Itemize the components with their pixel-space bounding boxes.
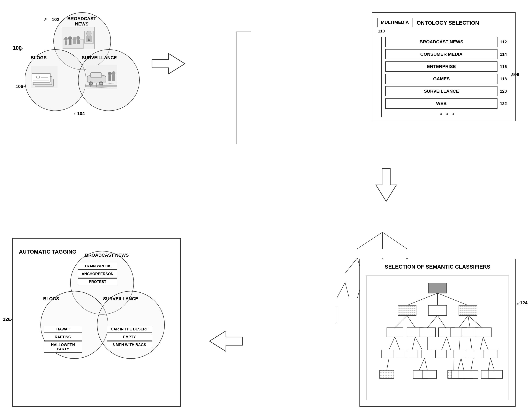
ref-114: 114 bbox=[500, 52, 510, 57]
tag-hawaii: HAWAII bbox=[44, 326, 82, 333]
tag-car-desert: CAR IN THE DESERT bbox=[107, 326, 152, 333]
svg-rect-129 bbox=[380, 370, 394, 379]
ontology-box: MULTIMEDIA 110 ONTOLOGY SELECTION BROADC… bbox=[372, 12, 516, 121]
ontology-vline bbox=[381, 37, 382, 117]
arrow-102: ↗ bbox=[44, 17, 47, 22]
bn-tags: TRAIN WRECK ANCHORPERSON PROTEST bbox=[78, 263, 117, 285]
svg-line-120 bbox=[387, 358, 389, 370]
svg-line-4 bbox=[357, 232, 382, 249]
tagging-box: AUTOMATIC TAGGING 126 ↙ BROADCAST NEWS B… bbox=[12, 238, 181, 407]
blogs-tags: HAWAII RAFTING HALLOWEEN PARTY bbox=[44, 326, 82, 353]
svg-point-65 bbox=[112, 71, 115, 75]
semantic-inner-box bbox=[366, 275, 509, 400]
left-arrow bbox=[210, 331, 242, 351]
semantic-box: SELECTION OF SEMANTIC CLASSIFIERS 124 ↙ bbox=[359, 259, 516, 407]
tag-rafting: RAFTING bbox=[44, 334, 82, 340]
ontology-items: BROADCAST NEWS 112 CONSUMER MEDIA 114 EN… bbox=[377, 37, 510, 117]
ontology-selection-title: ONTOLOGY SELECTION bbox=[417, 18, 479, 26]
broadcast-thumbnail bbox=[62, 27, 94, 49]
broadcast-news-circle-label: BROADCAST NEWS bbox=[61, 16, 102, 27]
svg-line-88 bbox=[459, 315, 468, 327]
blogs-circle-label: BLOGS bbox=[26, 55, 51, 60]
arrow-106: ↙ bbox=[23, 83, 26, 88]
ref-124: 124 bbox=[520, 300, 528, 306]
svg-line-74 bbox=[407, 293, 438, 305]
svg-line-122 bbox=[425, 358, 428, 370]
surveillance-circle-label: SURVEILLANCE bbox=[82, 55, 115, 60]
blogs-thumbnail bbox=[31, 66, 58, 88]
svg-line-84 bbox=[395, 315, 407, 327]
ref-122: 122 bbox=[500, 101, 510, 106]
svg-point-60 bbox=[90, 83, 92, 84]
svg-line-127 bbox=[488, 358, 491, 370]
svg-point-63 bbox=[108, 72, 112, 75]
tag-anchorperson: ANCHORPERSON bbox=[78, 271, 117, 277]
svg-rect-77 bbox=[398, 305, 416, 315]
svg-line-14 bbox=[337, 283, 345, 298]
svg-line-125 bbox=[461, 358, 464, 370]
arrow-126: ↙ bbox=[10, 317, 13, 322]
svg-line-89 bbox=[468, 315, 470, 327]
ontology-enterprise-box: ENTERPRISE bbox=[385, 61, 497, 72]
tree-svg bbox=[367, 276, 508, 400]
arrow-104: ↙ bbox=[74, 111, 77, 116]
ontology-surveillance-box: SURVEILLANCE bbox=[385, 86, 497, 96]
ontology-consumer-box: CONSUMER MEDIA bbox=[385, 49, 497, 59]
svg-rect-135 bbox=[464, 370, 478, 379]
tag-train-wreck: TRAIN WRECK bbox=[78, 263, 117, 270]
ontology-item-enterprise: ENTERPRISE 116 bbox=[377, 61, 510, 72]
arrow-108: ↙ bbox=[510, 72, 514, 78]
svg-rect-91 bbox=[387, 328, 403, 337]
multimedia-section: MULTIMEDIA 110 bbox=[377, 18, 412, 34]
diagram-container: 100 ↙ BROADCAST NEWS BLOGS SURVEILLANCE … bbox=[0, 0, 532, 419]
svg-rect-131 bbox=[422, 370, 436, 379]
tag-halloween: HALLOWEEN PARTY bbox=[44, 341, 82, 353]
svg-rect-37 bbox=[69, 40, 72, 45]
svg-line-90 bbox=[468, 315, 482, 327]
svg-line-85 bbox=[407, 315, 415, 327]
svg-line-6 bbox=[382, 232, 407, 249]
ref-110: 110 bbox=[378, 29, 385, 34]
svg-line-103 bbox=[442, 337, 447, 350]
surv-tags: CAR IN THE DESERT EMPTY 3 MEN WITH BAGS bbox=[107, 326, 152, 348]
ref-104: 104 bbox=[77, 111, 85, 116]
ref-118: 118 bbox=[500, 77, 510, 81]
svg-rect-73 bbox=[429, 283, 447, 293]
svg-rect-137 bbox=[488, 370, 502, 379]
svg-line-105 bbox=[459, 337, 460, 350]
svg-rect-41 bbox=[77, 40, 80, 44]
svg-point-62 bbox=[100, 83, 102, 84]
svg-line-104 bbox=[446, 337, 451, 350]
ref-112: 112 bbox=[500, 40, 510, 44]
svg-line-108 bbox=[483, 337, 488, 350]
svg-line-128 bbox=[491, 358, 494, 370]
svg-rect-39 bbox=[73, 40, 76, 44]
svg-line-98 bbox=[389, 337, 395, 350]
svg-line-124 bbox=[458, 358, 461, 370]
ref-120: 120 bbox=[500, 89, 510, 94]
ontology-header: MULTIMEDIA 110 ONTOLOGY SELECTION bbox=[377, 18, 510, 34]
ontology-games-box: GAMES bbox=[385, 74, 497, 84]
svg-rect-66 bbox=[112, 75, 115, 81]
ref-102: 102 bbox=[52, 17, 59, 22]
ref-106: 106 bbox=[16, 84, 23, 89]
svg-line-15 bbox=[345, 283, 349, 298]
ontology-item-web: WEB 122 bbox=[377, 98, 510, 109]
svg-line-68 bbox=[86, 87, 117, 88]
semantic-title: SELECTION OF SEMANTIC CLASSIFIERS bbox=[360, 259, 515, 273]
tag-empty: EMPTY bbox=[107, 334, 152, 340]
svg-line-121 bbox=[419, 358, 425, 370]
svg-point-34 bbox=[64, 37, 68, 40]
ref-116: 116 bbox=[500, 64, 510, 69]
ontology-item-games: GAMES 118 bbox=[377, 74, 510, 84]
multimedia-box: MULTIMEDIA bbox=[377, 18, 412, 27]
svg-rect-83 bbox=[459, 305, 477, 315]
svg-point-36 bbox=[68, 36, 72, 40]
ontology-item-consumer: CONSUMER MEDIA 114 bbox=[377, 49, 510, 59]
ontology-item-broadcast: BROADCAST NEWS 112 bbox=[377, 37, 510, 47]
inner-venn: BROADCAST NEWS BLOGS SURVEILLANCE TRAIN … bbox=[29, 249, 177, 401]
svg-line-99 bbox=[395, 337, 400, 350]
svg-rect-93 bbox=[419, 328, 435, 337]
svg-line-87 bbox=[438, 315, 446, 327]
arrow-124: ↙ bbox=[517, 301, 520, 306]
